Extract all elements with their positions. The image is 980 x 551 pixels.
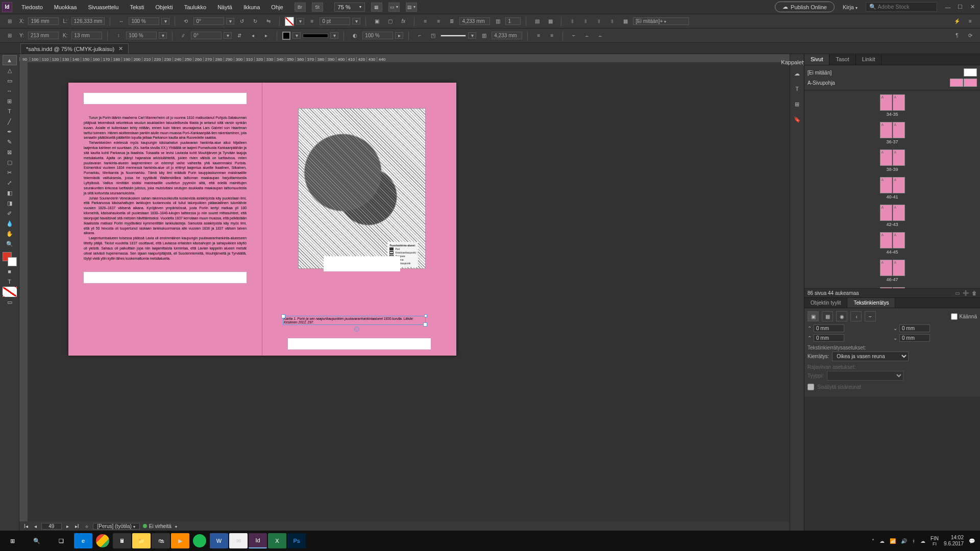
rectangle-tool[interactable]: ▢ (3, 157, 17, 167)
scissors-tool[interactable]: ✂ (3, 167, 17, 178)
align-vmid-icon[interactable]: ⫠ (581, 31, 593, 41)
gradient-feather-tool[interactable]: ◨ (3, 198, 17, 208)
menu-edit[interactable]: Muokkaa (49, 2, 82, 12)
hand-tool[interactable]: ✋ (3, 229, 17, 239)
rotate-dd[interactable]: ▾ (226, 18, 234, 24)
scale-y-dd[interactable]: ▾ (159, 32, 167, 39)
taskbar-chrome[interactable] (93, 533, 112, 548)
align-top-icon[interactable]: ⫟ (568, 31, 579, 41)
taskbar-store[interactable]: 🛍 (152, 533, 170, 548)
start-button[interactable]: ⊞ (0, 531, 24, 551)
flip-h-icon[interactable]: ⇋ (263, 16, 274, 27)
tray-clock[interactable]: 14:02 9.6.2017 (944, 535, 964, 547)
page-left[interactable]: Turun ja Porin läänin maaherra Carl Mann… (68, 83, 262, 356)
delete-page-icon[interactable]: 🗑 (972, 290, 977, 296)
footer-placeholder[interactable] (84, 272, 247, 283)
taskbar-photoshop[interactable]: Ps (287, 533, 306, 548)
free-transform-tool[interactable]: ⤢ (3, 178, 17, 188)
selection-tool[interactable]: ▲ (3, 55, 17, 65)
first-page-button[interactable]: I◂ (22, 523, 30, 529)
page-thumb[interactable] (880, 232, 905, 248)
list-icon-1[interactable]: ≡ (533, 31, 544, 41)
dist-top-icon[interactable]: ⫴ (567, 16, 578, 27)
panel-menu-icon[interactable]: ≡ (965, 16, 976, 27)
menu-table[interactable]: Taulukko (179, 2, 211, 12)
close-button[interactable]: ✕ (967, 3, 978, 12)
taskbar-spotify[interactable] (190, 533, 209, 548)
last-page-button[interactable]: ▸I (74, 523, 81, 529)
stroke-dd[interactable]: ▾ (292, 32, 301, 39)
maximize-button[interactable]: ☐ (954, 3, 966, 12)
page-thumb[interactable] (880, 177, 905, 193)
header-placeholder[interactable] (84, 93, 247, 104)
body-text-frame[interactable]: Turun ja Porin läänin maaherra Carl Mann… (84, 115, 247, 261)
pencil-tool[interactable]: ✎ (3, 137, 17, 147)
fx-icon[interactable]: fx (398, 16, 409, 27)
dist-mid-icon[interactable]: ⫴ (580, 16, 591, 27)
align-panel-icon[interactable]: ▦ (620, 16, 631, 27)
document-tab[interactable]: *sahs.indd @ 75% (CMYK-julkaisu) ✕ (20, 43, 129, 54)
col-height-field[interactable]: 4,233 mm (459, 17, 490, 25)
tray-lang2[interactable]: FI (930, 541, 939, 546)
select-prev-icon[interactable]: ◂ (247, 31, 258, 41)
gap-tool[interactable]: ↔ (3, 86, 17, 96)
pages-list[interactable]: 34-3536-3738-3940-4142-4344-4546-4748-49 (804, 90, 980, 289)
wrap-none-icon[interactable]: ▣ (807, 311, 819, 321)
list-icon-2[interactable]: ≡ (546, 31, 557, 41)
tray-chevron-icon[interactable]: ˄ (872, 538, 874, 544)
tray-volume-icon[interactable]: 🔊 (901, 538, 907, 544)
stroke-pt-dd[interactable]: ▾ (352, 18, 360, 24)
x-field[interactable]: 196 mm (28, 17, 59, 25)
page-thumb[interactable] (880, 149, 905, 166)
page-thumb[interactable] (880, 94, 905, 111)
formatting-container-icon[interactable]: T (3, 277, 17, 287)
menu-layout[interactable]: Sivuasettelu (83, 2, 124, 12)
select-next-icon[interactable]: ▸ (260, 31, 272, 41)
taskbar-mail[interactable]: ✉ (229, 533, 248, 548)
menu-file[interactable]: Tiedosto (16, 2, 48, 12)
tray-network-icon[interactable]: 📶 (890, 538, 896, 544)
fill-stroke-proxy[interactable] (3, 252, 17, 266)
workspace-select[interactable]: Kirja (840, 3, 861, 11)
dist-space-icon[interactable]: ⫴ (606, 16, 618, 27)
zoom-select[interactable]: 75 % (334, 3, 365, 12)
direct-selection-tool[interactable]: △ (3, 65, 17, 76)
stroke-style-field[interactable] (303, 34, 328, 38)
fill-swatch[interactable] (285, 17, 294, 26)
menu-help[interactable]: Ohje (266, 2, 288, 12)
footer-placeholder-right[interactable] (288, 338, 431, 349)
tray-cc-icon[interactable]: ☁ (920, 538, 925, 544)
note-tool[interactable]: ✐ (3, 208, 17, 218)
align-center-icon[interactable]: ≡ (433, 16, 444, 27)
open-icon[interactable]: ⟐ (84, 523, 90, 529)
shear-field[interactable]: 0° (191, 32, 222, 39)
flip-v-icon[interactable]: ⇵ (234, 31, 245, 41)
fill-dd[interactable]: ▾ (296, 18, 304, 24)
page-tool[interactable]: ▭ (3, 76, 17, 86)
corner-icon[interactable]: ⌐ (414, 31, 425, 41)
taskbar-movies[interactable]: ▶ (171, 533, 189, 548)
page-right[interactable]: Puunhankinta-alueet: Pori Kristiinankaup… (262, 83, 456, 356)
tray-bluetooth-icon[interactable]: ᚼ (912, 538, 915, 544)
type-tool[interactable]: T (3, 106, 17, 116)
gap-field[interactable] (440, 35, 466, 37)
arrange-icon[interactable]: ▤ (406, 3, 417, 12)
tab-layers[interactable]: Tasot (829, 54, 855, 65)
tray-notifications-icon[interactable]: 💬 (969, 538, 975, 544)
map-frame[interactable]: Puunhankinta-alueet: Pori Kristiinankaup… (298, 108, 426, 297)
corner-icon-2[interactable]: ◳ (427, 31, 438, 41)
tab-pages[interactable]: Sivut (804, 54, 829, 65)
align-justify-icon[interactable]: ≣ (446, 16, 457, 27)
taskbar-indesign[interactable]: Id (249, 533, 267, 548)
master-none[interactable]: [Ei mitään] (807, 67, 977, 78)
swatches-icon[interactable]: ⊞ (792, 101, 802, 111)
gradient-swatch-tool[interactable]: ◧ (3, 188, 17, 198)
zoom-tool[interactable]: 🔍 (3, 239, 17, 249)
page-canvas[interactable]: Turun ja Porin läänin maaherra Carl Mann… (28, 62, 804, 521)
apply-color-icon[interactable]: ■ (3, 266, 17, 277)
invert-checkbox[interactable] (951, 313, 958, 320)
scale-y-field[interactable]: 100 % (126, 32, 157, 39)
minimize-button[interactable]: — (942, 3, 953, 12)
opacity-field[interactable]: 100 % (362, 32, 393, 39)
bookmarks-icon[interactable]: 🔖 (792, 116, 802, 127)
